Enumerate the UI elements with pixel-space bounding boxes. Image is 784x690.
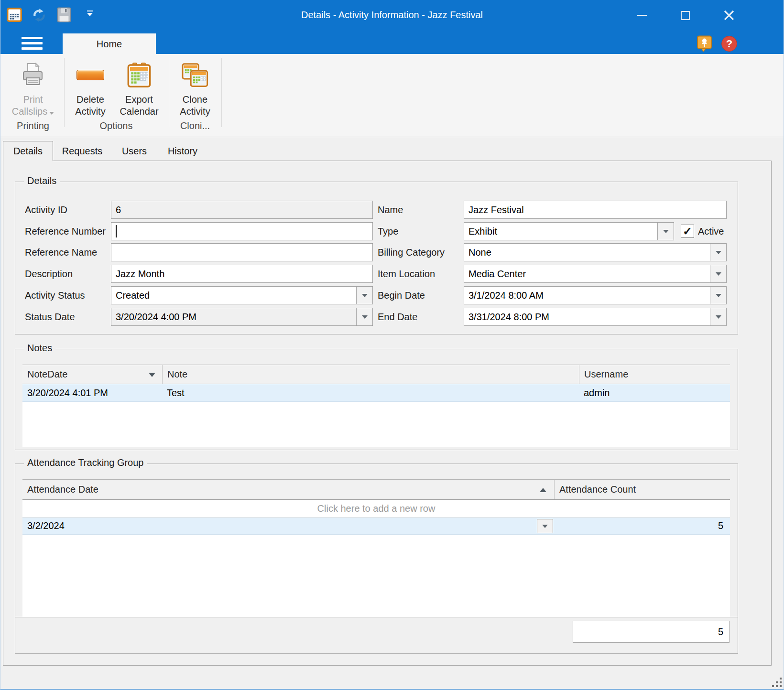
notes-groupbox: Notes NoteDate Note Username 3/20/2024 4… — [15, 349, 738, 450]
undo-redo-icon[interactable] — [31, 7, 48, 25]
tab-users[interactable]: Users — [110, 141, 158, 161]
minimize-button[interactable] — [628, 5, 656, 26]
active-checkbox[interactable]: ✓ — [681, 225, 694, 238]
type-combo[interactable]: Exhibit — [464, 222, 674, 240]
details-groupbox: Details Activity ID 6 Name Jazz Festival… — [15, 182, 738, 334]
chevron-down-icon — [716, 294, 721, 297]
name-field[interactable]: Jazz Festival — [464, 201, 727, 219]
reference-name-field[interactable] — [111, 243, 373, 261]
begin-date-dropdown-button[interactable] — [710, 287, 726, 304]
details-groupbox-legend: Details — [24, 175, 60, 186]
grid-footer-divider — [15, 617, 738, 617]
status-date-dropdown-button[interactable] — [356, 308, 372, 325]
pin-icon[interactable] — [697, 35, 712, 54]
app-calendar-icon[interactable] — [7, 7, 22, 24]
chevron-down-icon — [663, 230, 669, 233]
attendance-cell-count[interactable]: 5 — [554, 518, 730, 534]
status-date-label: Status Date — [25, 308, 111, 326]
sort-asc-icon — [540, 488, 546, 492]
end-date-label: End Date — [378, 308, 461, 326]
help-button[interactable]: ? — [721, 36, 737, 52]
chevron-down-icon — [716, 315, 721, 319]
delete-activity-label-line1: Delete — [70, 94, 110, 106]
description-field[interactable]: Jazz Month — [111, 265, 373, 283]
notes-cell-notedate[interactable]: 3/20/2024 4:01 PM — [22, 384, 162, 401]
attendance-new-row[interactable]: Click here to add a new row — [22, 500, 730, 518]
tab-details[interactable]: Details — [3, 141, 53, 161]
begin-date-picker[interactable]: 3/1/2024 8:00 AM — [464, 286, 727, 304]
attendance-groupbox-legend: Attendance Tracking Group — [24, 457, 147, 468]
notes-column-notedate[interactable]: NoteDate — [22, 365, 162, 384]
export-calendar-icon — [116, 56, 162, 94]
notes-row[interactable]: 3/20/2024 4:01 PM Test admin — [22, 384, 730, 402]
delete-activity-label-line2: Activity — [70, 106, 110, 118]
print-callslips-label-line2: Callslips — [12, 106, 47, 117]
notes-grid: NoteDate Note Username 3/20/2024 4:01 PM… — [22, 365, 730, 447]
minimize-icon — [637, 15, 647, 16]
tab-requests[interactable]: Requests — [54, 141, 110, 161]
attendance-column-count[interactable]: Attendance Count — [554, 480, 730, 499]
attendance-date-dropdown-button[interactable] — [537, 519, 553, 533]
title-bar: Details - Activity Information - Jazz Fe… — [0, 0, 784, 54]
activity-status-label: Activity Status — [25, 286, 111, 304]
maximize-button[interactable] — [671, 5, 699, 26]
end-date-picker[interactable]: 3/31/2024 8:00 PM — [464, 308, 727, 326]
activity-status-dropdown-button[interactable] — [356, 287, 372, 304]
notes-grid-header: NoteDate Note Username — [22, 365, 730, 384]
qat-customize-chevron-icon[interactable] — [87, 11, 93, 16]
close-button[interactable] — [715, 5, 743, 26]
tab-history[interactable]: History — [158, 141, 207, 161]
delete-activity-icon — [70, 56, 110, 94]
item-location-dropdown-button[interactable] — [710, 265, 726, 282]
billing-category-label: Billing Category — [378, 243, 461, 261]
ribbon-tab-home[interactable]: Home — [63, 33, 156, 54]
close-icon — [724, 10, 734, 21]
attendance-column-date[interactable]: Attendance Date — [22, 480, 554, 499]
print-callslips-label-line1: Print — [7, 94, 59, 106]
chevron-down-icon — [362, 315, 368, 319]
checkmark-icon: ✓ — [683, 225, 692, 238]
billing-category-combo[interactable]: None — [464, 243, 727, 261]
printer-icon — [7, 56, 59, 94]
activity-id-field: 6 — [111, 201, 373, 219]
end-date-dropdown-button[interactable] — [710, 308, 726, 325]
billing-category-dropdown-button[interactable] — [710, 244, 726, 261]
save-icon[interactable] — [57, 7, 71, 24]
notes-column-note[interactable]: Note — [162, 365, 579, 384]
resize-grip[interactable] — [768, 675, 782, 687]
notes-cell-note[interactable]: Test — [162, 384, 579, 401]
attendance-row[interactable]: 3/2/2024 5 — [22, 518, 730, 535]
attendance-summary-total: 5 — [573, 621, 730, 643]
description-label: Description — [25, 265, 111, 283]
notes-cell-username[interactable]: admin — [579, 384, 730, 401]
notes-groupbox-legend: Notes — [24, 343, 55, 354]
reference-number-label: Reference Number — [25, 222, 111, 240]
sort-desc-icon — [149, 373, 155, 377]
ribbon-menu-button[interactable] — [22, 37, 43, 50]
export-calendar-label-line2: Calendar — [116, 106, 162, 118]
app-window: Details - Activity Information - Jazz Fe… — [0, 0, 784, 690]
ribbon-group-printing: Printing — [7, 119, 59, 132]
dropdown-arrow-icon — [49, 112, 54, 115]
activity-status-combo[interactable]: Created — [111, 286, 373, 304]
ribbon-separator — [169, 58, 169, 127]
attendance-grid: Attendance Date Attendance Count Click h… — [22, 479, 730, 617]
ribbon: Print Callslips Printing Delete Activity — [0, 54, 784, 137]
reference-number-field[interactable] — [111, 222, 373, 240]
chevron-down-icon — [716, 251, 721, 254]
activity-id-label: Activity ID — [25, 201, 111, 219]
begin-date-label: Begin Date — [378, 286, 461, 304]
item-location-label: Item Location — [378, 265, 461, 283]
text-cursor — [116, 225, 117, 237]
maximize-icon — [681, 11, 690, 20]
clone-activity-icon — [174, 56, 216, 94]
help-icon: ? — [726, 38, 732, 50]
type-combo-dropdown-button[interactable] — [657, 223, 674, 240]
notes-column-username[interactable]: Username — [579, 365, 730, 384]
attendance-cell-date[interactable]: 3/2/2024 — [22, 518, 554, 534]
ribbon-separator — [64, 58, 65, 127]
chevron-down-icon — [362, 294, 368, 297]
attendance-groupbox: Attendance Tracking Group Attendance Dat… — [15, 464, 738, 654]
chevron-down-icon — [716, 272, 721, 276]
item-location-combo[interactable]: Media Center — [464, 265, 727, 283]
